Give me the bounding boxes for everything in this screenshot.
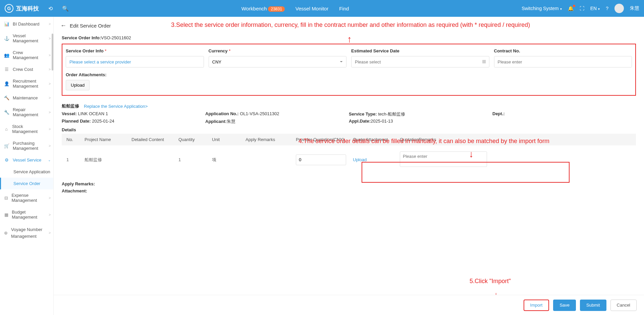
sidebar-sub-service-order[interactable]: Service Order: [0, 178, 53, 189]
sidebar-item-expense-management[interactable]: ⊟Expense Management>: [0, 189, 53, 206]
bell-icon[interactable]: 🔔: [568, 6, 574, 11]
sidebar-label: Crew Management: [13, 50, 45, 60]
cancel-button[interactable]: Cancel: [610, 300, 637, 311]
sidebar: 📊BI Dashboard>⚓Vessel Management>👥Crew M…: [0, 17, 54, 315]
brand: G 互海科技: [5, 4, 39, 13]
chevron-icon: >: [49, 213, 51, 217]
topbar: G 互海科技 ⟲ 🔍 Workbench23831 Vessel Monitor…: [0, 0, 644, 17]
sidebar-icon: 👥: [4, 53, 9, 58]
estimated-date-input[interactable]: [351, 56, 489, 68]
sidebar-item-stock-management[interactable]: ⌂Stock Management>: [0, 121, 53, 137]
chevron-icon: >: [49, 22, 51, 26]
sidebar-label: Recruitment Management: [13, 79, 45, 89]
table-row: 1 船舶监修 1 项 Upload: [62, 145, 636, 174]
main-content: ← Edit Service Order 3.Select the servic…: [54, 17, 644, 315]
help-icon[interactable]: ?: [606, 6, 608, 11]
below-section: Apply Remarks: Attachment:: [62, 181, 636, 193]
nav-workbench[interactable]: Workbench23831: [241, 6, 285, 11]
sidebar-icon: 🔧: [4, 110, 9, 115]
quote-upload-link[interactable]: Upload: [353, 157, 367, 162]
sidebar-icon: 📊: [4, 21, 9, 27]
sidebar-icon: ⚓: [4, 36, 9, 41]
submit-button[interactable]: Submit: [580, 300, 606, 311]
service-provider-input[interactable]: [66, 56, 204, 68]
sidebar-label: BI Dashboard: [13, 21, 40, 27]
field-currency: Currency * CNY: [209, 48, 347, 68]
nav-vessel-monitor[interactable]: Vessel Monitor: [296, 6, 328, 11]
username: 朱慧: [630, 5, 639, 11]
sidebar-item-crew-management[interactable]: 👥Crew Management>: [0, 47, 53, 63]
sidebar-sub-service-application[interactable]: Service Application: [0, 166, 53, 178]
sidebar-icon: ⊕: [4, 230, 8, 236]
sidebar-item-crew-cost[interactable]: ☰Crew Cost>: [0, 63, 53, 75]
field-estimated-date: Estimated Service Date ▦: [351, 48, 489, 68]
form-section: Service Order Info * Currency * CNY Esti…: [62, 44, 636, 96]
annotation-3-arrow: ↑: [347, 37, 352, 42]
brand-text: 互海科技: [16, 5, 39, 12]
lang-switch[interactable]: EN: [590, 6, 600, 11]
sidebar-item-voyage-number-management[interactable]: ⊕Voyage Number Management>: [0, 223, 53, 243]
sidebar-item-repair-management[interactable]: 🔧Repair Management>: [0, 104, 53, 121]
logo-icon: G: [5, 4, 13, 13]
currency-select[interactable]: CNY: [209, 56, 347, 68]
sidebar-icon: ▦: [4, 212, 8, 217]
sidebar-item-vessel-service[interactable]: ⚙Vessel Service⌄: [0, 154, 53, 166]
sidebar-item-budget-management[interactable]: ▦Budget Management>: [0, 206, 53, 223]
footer-actions: Import Save Submit Cancel: [54, 295, 644, 315]
chevron-icon: >: [49, 144, 51, 148]
sidebar-label: Crew Cost: [13, 67, 33, 72]
chevron-icon: >: [49, 127, 51, 131]
sidebar-label: Purchasing Management: [13, 141, 45, 151]
field-contract-no: Contract No.: [494, 48, 632, 68]
chevron-icon: >: [49, 53, 51, 57]
sidebar-icon: ⊟: [4, 195, 8, 200]
avatar[interactable]: [614, 4, 624, 13]
sidebar-label: Budget Management: [12, 210, 45, 220]
search-icon[interactable]: 🔍: [62, 5, 69, 12]
top-nav: Workbench23831 Vessel Monitor Find: [69, 6, 522, 11]
contract-input[interactable]: [494, 56, 632, 68]
sidebar-icon: ⌂: [4, 127, 9, 132]
save-button[interactable]: Save: [553, 300, 576, 311]
sidebar-label: Stock Management: [12, 124, 45, 134]
upload-button[interactable]: Upload: [66, 80, 90, 90]
page-title: Edit Service Order: [70, 23, 111, 29]
sidebar-item-vessel-management[interactable]: ⚓Vessel Management>: [0, 30, 53, 47]
sidebar-label: Expense Management: [11, 193, 45, 203]
sidebar-label: Vessel Management: [13, 33, 45, 43]
topbar-right: Switching System 🔔 ⛶ EN ? 朱慧: [522, 4, 639, 13]
annotation-4-arrow: ↓: [469, 152, 474, 156]
chevron-icon: >: [49, 82, 51, 86]
sidebar-icon: 👤: [4, 81, 9, 86]
sidebar-scrollbar[interactable]: [52, 34, 53, 71]
fullscreen-icon[interactable]: ⛶: [580, 6, 584, 11]
chevron-icon: >: [49, 37, 51, 40]
sidebar-item-maintenance[interactable]: 🔨Maintenance>: [0, 92, 53, 104]
sidebar-label: Repair Management: [13, 107, 45, 117]
import-button[interactable]: Import: [524, 300, 549, 311]
sidebar-item-recruitment-management[interactable]: 👤Recruitment Management>: [0, 75, 53, 92]
sidebar-label: Maintenance: [13, 95, 38, 100]
sidebar-icon: ☰: [4, 67, 9, 72]
annotation-5: 5.Click "Import": [470, 278, 511, 285]
sidebar-label: Vessel Service: [13, 158, 41, 163]
chevron-icon: >: [49, 68, 51, 71]
chevron-icon: ⌄: [48, 158, 51, 162]
back-arrow-icon[interactable]: ←: [60, 22, 66, 29]
sidebar-item-bi-dashboard[interactable]: 📊BI Dashboard>: [0, 18, 53, 30]
switching-system[interactable]: Switching System: [522, 6, 561, 11]
sidebar-item-purchasing-management[interactable]: 🛒Purchasing Management>: [0, 137, 53, 154]
attachments-label: Order Attachments:: [66, 72, 632, 77]
sidebar-icon: 🔨: [4, 95, 9, 100]
quotation-input[interactable]: [296, 154, 346, 165]
quotation-remarks-input[interactable]: [400, 151, 487, 167]
workbench-badge: 23831: [268, 6, 284, 12]
field-service-order-info: Service Order Info *: [66, 48, 204, 68]
chevron-icon: >: [49, 96, 51, 100]
nav-find[interactable]: Find: [339, 6, 349, 11]
details-label: Details: [62, 127, 636, 132]
replace-application-link[interactable]: Replace the Service Application>: [84, 104, 148, 109]
annotation-4: 4.The service order details can be fille…: [299, 138, 549, 145]
back-circle-icon[interactable]: ⟲: [48, 5, 53, 12]
section-title-zh: 船舶监修: [62, 103, 79, 109]
